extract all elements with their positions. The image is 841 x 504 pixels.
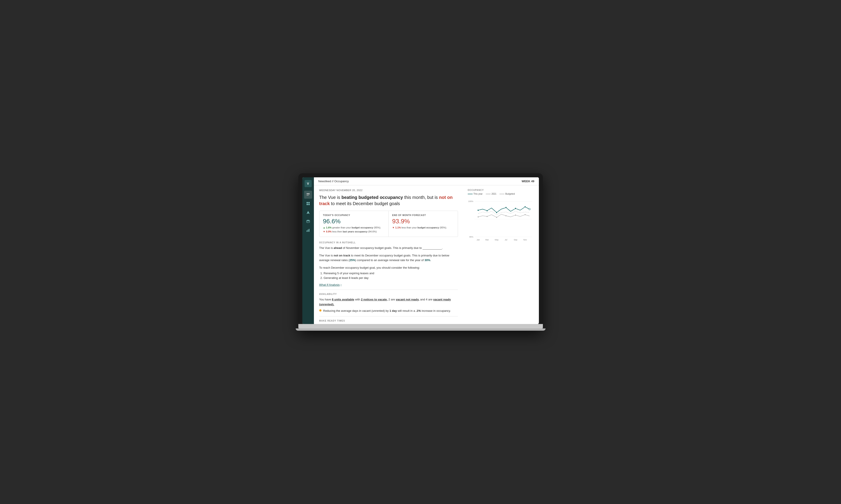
budgeted-line: [478, 211, 530, 215]
dot-this-year: [496, 212, 497, 213]
forecast-value: 93.9%: [392, 218, 454, 225]
svg-text:Jan: Jan: [477, 239, 480, 241]
chart-container: 100% 95% Jan Mar May Jul Sep Nov: [468, 197, 534, 241]
chart-legend: This year 2021 Budgeted: [468, 193, 534, 195]
make-ready-body: Over the last 7 days, you made 4 units r…: [319, 324, 458, 324]
metric-cards: TODAY'S OCCUPANCY 96.6% ▲ 1.6% greater t…: [319, 211, 458, 237]
forecast-detail: ▼ 1.1% less than your budget occupancy (…: [392, 226, 454, 230]
svg-rect-11: [309, 229, 309, 232]
occupancy-chart: 100% 95% Jan Mar May Jul Sep Nov: [468, 197, 534, 241]
dot-this-year: [477, 210, 479, 211]
sidebar-icon-news[interactable]: [304, 191, 312, 199]
sidebar-icon-data[interactable]: [304, 217, 312, 225]
dot-2021: [505, 215, 507, 216]
today-detail: ▲ 1.6% greater than your budget occupanc…: [323, 226, 385, 234]
forecast-card-title: END OF MONTH FORECAST: [392, 214, 454, 216]
availability-body: You have 8 units available with 2 notice…: [319, 297, 458, 307]
headline: The Vue is beating budgeted occupancy th…: [319, 194, 458, 207]
what-if-arrow: ›: [341, 283, 341, 286]
dot-2021: [478, 216, 479, 218]
svg-marker-7: [307, 211, 310, 214]
svg-rect-3: [307, 202, 308, 203]
svg-text:95%: 95%: [469, 236, 473, 238]
dot-2021: [496, 217, 497, 218]
svg-rect-5: [307, 204, 308, 205]
this-year-line: [478, 207, 530, 213]
breadcrumb: Newsfeed // Occupancy: [318, 180, 349, 183]
legend-budgeted: Budgeted: [500, 193, 515, 195]
svg-text:Jul: Jul: [505, 239, 507, 241]
tip-dot-1: [319, 309, 321, 311]
svg-text:Nov: Nov: [523, 239, 527, 241]
content-area: WEDNESDAY NOVEMBER 20, 2022 The Vue is b…: [314, 185, 539, 324]
dot-2021: [515, 214, 516, 216]
svg-text:May: May: [495, 239, 499, 241]
nutshell-section-title: OCCUPANCY IN A NUTSHELL: [319, 241, 458, 244]
nutshell-para1: The Vue is ahead of November occupancy b…: [319, 246, 458, 250]
availability-tip: Reducing the average days in vacant (unr…: [319, 309, 458, 313]
dot-2021: [486, 216, 488, 217]
legend-this-year: This year: [468, 193, 483, 195]
svg-rect-0: [307, 193, 310, 194]
sidebar-icon-grid[interactable]: [304, 200, 312, 208]
nutshell-para3: To reach December occupancy budget goal,…: [319, 265, 458, 281]
svg-point-8: [307, 220, 310, 221]
list-item-2: Generating at least 8 leads per day: [324, 275, 458, 280]
dot-this-year-end: [529, 209, 530, 210]
today-card-title: TODAY'S OCCUPANCY: [323, 214, 385, 216]
date-line: WEDNESDAY NOVEMBER 20, 2022: [319, 189, 458, 192]
divider-2: [319, 316, 458, 317]
svg-text:Mar: Mar: [485, 239, 489, 241]
dot-this-year: [486, 210, 488, 212]
dot-2021: [524, 214, 526, 215]
chart-section: OCCUPANCY This year 2021: [468, 189, 534, 241]
make-ready-section-title: MAKE READY TIMES: [319, 320, 458, 322]
left-panel: WEDNESDAY NOVEMBER 20, 2022 The Vue is b…: [314, 185, 463, 324]
legend-2021: 2021: [486, 193, 497, 195]
svg-rect-4: [308, 202, 310, 203]
nutshell-para2: The Vue is not on track to meet its Dece…: [319, 253, 458, 263]
sidebar-icon-navigate[interactable]: [304, 209, 312, 216]
legend-line-budgeted: [500, 194, 504, 194]
today-value: 96.6%: [323, 218, 385, 225]
what-if-link[interactable]: What If Analysis ›: [319, 283, 458, 286]
svg-rect-9: [307, 231, 307, 232]
sidebar: V: [302, 177, 314, 324]
svg-rect-1: [307, 194, 310, 195]
svg-text:100%: 100%: [468, 200, 473, 202]
dot-this-year: [505, 207, 507, 209]
list-item-1: Renewing 5 of your expiring leases and: [324, 271, 458, 275]
legend-line-2021: [486, 194, 490, 194]
right-panel: OCCUPANCY This year 2021: [463, 185, 539, 324]
today-occupancy-card: TODAY'S OCCUPANCY 96.6% ▲ 1.6% greater t…: [320, 211, 389, 237]
forecast-card: END OF MONTH FORECAST 93.9% ▼ 1.1% less …: [389, 211, 458, 237]
week-label: WEEK 49: [521, 180, 534, 183]
last-year-line: [478, 214, 530, 217]
svg-text:Sep: Sep: [514, 239, 517, 241]
dot-this-year: [515, 208, 516, 209]
svg-rect-6: [308, 204, 310, 205]
availability-section-title: AVAILABILITY: [319, 293, 458, 295]
top-bar: Newsfeed // Occupancy WEEK 49: [314, 177, 539, 185]
sidebar-icon-chart[interactable]: [304, 226, 312, 234]
svg-rect-10: [308, 230, 308, 232]
main-content: Newsfeed // Occupancy WEEK 49 WEDNESDAY …: [314, 177, 539, 324]
svg-rect-2: [307, 195, 309, 196]
sidebar-logo[interactable]: V: [305, 180, 312, 187]
dot-this-year: [524, 206, 526, 208]
chart-title: OCCUPANCY: [468, 189, 534, 191]
legend-line-this-year: [468, 194, 472, 194]
